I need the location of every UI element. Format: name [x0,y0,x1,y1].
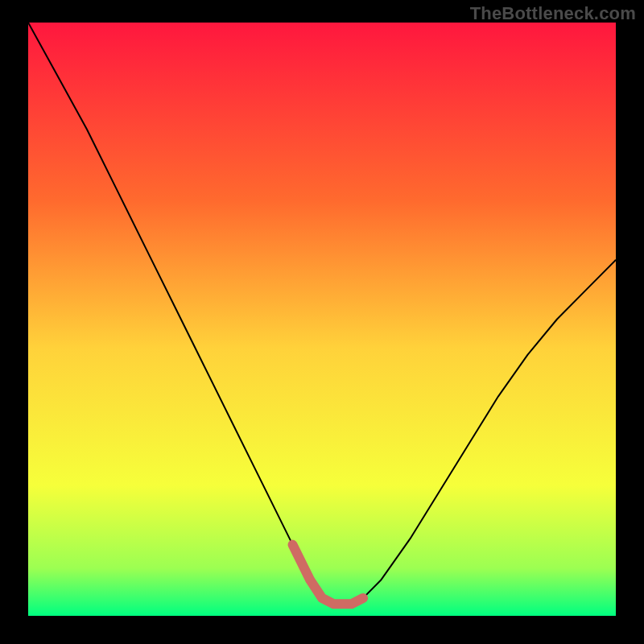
plot-area [28,23,616,616]
chart-frame: TheBottleneck.com [0,0,644,644]
attribution-label: TheBottleneck.com [470,3,636,24]
gradient-background [28,23,616,616]
chart-svg [28,23,616,616]
